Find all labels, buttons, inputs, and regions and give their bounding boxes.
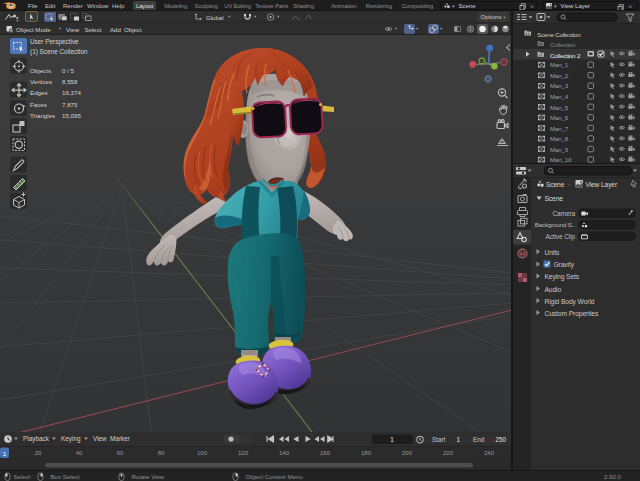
svg-text:Object Context Menu: Object Context Menu <box>246 473 303 480</box>
svg-text:Scene: Scene <box>546 181 565 188</box>
svg-text:Man_9: Man_9 <box>550 146 569 153</box>
svg-text:Man_5: Man_5 <box>550 104 569 111</box>
svg-text:Collection: Collection <box>550 41 576 48</box>
svg-text:View: View <box>93 435 107 442</box>
svg-text:›: › <box>568 181 570 187</box>
svg-text:Start: Start <box>432 436 446 443</box>
svg-text:Background S..: Background S.. <box>535 221 576 228</box>
svg-text:80: 80 <box>158 450 165 456</box>
svg-text:Collection 2: Collection 2 <box>550 52 581 59</box>
svg-text:Man_2: Man_2 <box>550 72 569 79</box>
svg-text:Gravity: Gravity <box>554 261 575 269</box>
svg-text:2.92.0: 2.92.0 <box>604 473 622 480</box>
svg-text:Active Clip: Active Clip <box>545 233 575 241</box>
svg-text:Man_4: Man_4 <box>550 93 569 100</box>
svg-text:180: 180 <box>361 450 372 456</box>
svg-text:100: 100 <box>197 450 208 456</box>
svg-text:Playback: Playback <box>23 435 50 443</box>
svg-text:1: 1 <box>390 436 394 443</box>
svg-text:60: 60 <box>117 450 124 456</box>
svg-text:140: 140 <box>279 450 290 456</box>
svg-text:Units: Units <box>545 249 560 256</box>
svg-text:Camera: Camera <box>552 210 575 217</box>
svg-text:Keying Sets: Keying Sets <box>545 273 580 281</box>
svg-text:200: 200 <box>402 450 413 456</box>
svg-text:1: 1 <box>456 436 460 443</box>
svg-text:220: 220 <box>443 450 454 456</box>
svg-text:Man_8: Man_8 <box>550 135 569 142</box>
svg-text:Man_3: Man_3 <box>550 82 569 89</box>
svg-text:Keying: Keying <box>61 435 81 443</box>
svg-text:End: End <box>473 436 485 443</box>
svg-text:Man_6: Man_6 <box>550 114 569 121</box>
svg-text:20: 20 <box>35 450 42 456</box>
svg-text:160: 160 <box>320 450 331 456</box>
svg-text:View Layer: View Layer <box>586 181 618 189</box>
svg-text:Rigid Body World: Rigid Body World <box>545 298 595 306</box>
svg-text:1: 1 <box>3 450 7 457</box>
svg-text:Select: Select <box>14 473 31 480</box>
svg-text:Man_1: Man_1 <box>550 61 569 68</box>
svg-text:Rotate View: Rotate View <box>132 473 165 480</box>
svg-text:Man_7: Man_7 <box>550 125 569 132</box>
svg-text:250: 250 <box>495 436 506 443</box>
svg-text:40: 40 <box>76 450 83 456</box>
svg-text:120: 120 <box>238 450 249 456</box>
svg-text:Audio: Audio <box>545 286 562 293</box>
svg-text:Scene: Scene <box>545 195 564 202</box>
svg-text:Scene Collection: Scene Collection <box>537 31 581 38</box>
svg-text:Marker: Marker <box>110 435 131 442</box>
svg-text:Box Select: Box Select <box>51 473 80 480</box>
svg-text:240: 240 <box>484 450 495 456</box>
svg-text:Custom Properties: Custom Properties <box>545 310 599 318</box>
